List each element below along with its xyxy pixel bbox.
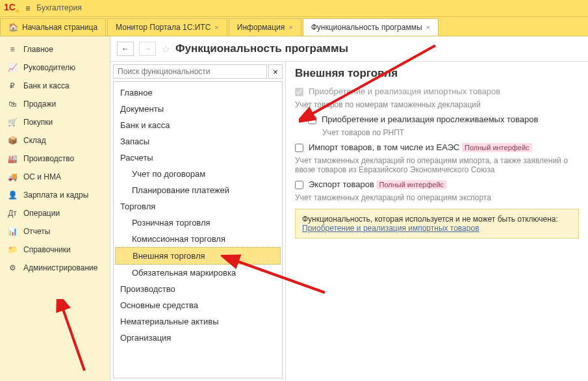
sidebar-item[interactable]: ≡Главное bbox=[0, 40, 110, 59]
functionality-tree: ГлавноеДокументыБанк и кассаЗапасыРасчет… bbox=[113, 81, 283, 378]
tree-item[interactable]: Учет по договорам bbox=[114, 166, 282, 182]
badge-full-interface: Полный интерфейс bbox=[462, 143, 532, 152]
tree-item[interactable]: Банк и касса bbox=[114, 117, 282, 133]
sidebar-icon: 📁 bbox=[8, 245, 17, 254]
tree-item[interactable]: Основные средства bbox=[114, 297, 282, 313]
app-title: Бухгалтерия bbox=[36, 3, 162, 13]
checkbox-import-eaes[interactable] bbox=[295, 144, 303, 152]
sidebar-item[interactable]: 📈Руководителю bbox=[0, 59, 110, 77]
sidebar-icon: ⚙ bbox=[8, 263, 17, 272]
tab[interactable]: Монитор Портала 1С:ИТС× bbox=[107, 18, 227, 36]
sidebar-icon: Дт bbox=[8, 209, 17, 218]
sidebar-item[interactable]: ₽Банк и касса bbox=[0, 77, 110, 95]
sidebar-item[interactable]: 🛒Покупки bbox=[0, 113, 110, 131]
content-header: ← → ☆ Функциональность программы bbox=[110, 36, 588, 62]
page-title: Функциональность программы bbox=[175, 42, 348, 55]
sidebar-label: Покупки bbox=[23, 118, 53, 127]
tab-label: Функциональность программы bbox=[311, 23, 422, 32]
tree-item[interactable]: Нематериальные активы bbox=[114, 313, 282, 330]
close-icon[interactable]: × bbox=[288, 23, 292, 31]
sidebar-icon: 🚚 bbox=[8, 172, 17, 181]
desc-import-eaes: Учет таможенных деклараций по операциям … bbox=[295, 156, 579, 174]
nav-forward-button: → bbox=[139, 42, 156, 56]
sidebar-item[interactable]: 👤Зарплата и кадры bbox=[0, 186, 110, 204]
close-icon[interactable]: × bbox=[214, 23, 218, 31]
sidebar-icon: ≡ bbox=[8, 45, 17, 54]
sidebar-item[interactable]: 🛍Продажи bbox=[0, 95, 110, 113]
locked-functionality-box: Функциональность, которая используется и… bbox=[295, 209, 579, 239]
sidebar-label: Операции bbox=[23, 209, 60, 218]
sidebar-item[interactable]: ⚙Администрирование bbox=[0, 259, 110, 277]
sidebar-icon: 🛒 bbox=[8, 118, 17, 127]
search-clear-button[interactable]: × bbox=[268, 64, 283, 79]
sidebar-item[interactable]: 📦Склад bbox=[0, 131, 110, 150]
sidebar-label: Руководителю bbox=[23, 63, 75, 72]
tab[interactable]: Функциональность программы× bbox=[303, 18, 439, 36]
sidebar-label: Банк и касса bbox=[23, 81, 70, 90]
tree-item[interactable]: Документы bbox=[114, 101, 282, 117]
favorite-star-icon[interactable]: ☆ bbox=[161, 43, 170, 55]
checkbox-import-goods-label: Приобретение и реализация импортных това… bbox=[309, 86, 500, 96]
tree-item[interactable]: Производство bbox=[114, 281, 282, 297]
sidebar-item[interactable]: 🏭Производство bbox=[0, 150, 110, 168]
sidebar-item[interactable]: 🚚ОС и НМА bbox=[0, 168, 110, 186]
sidebar-item[interactable]: 📊Отчеты bbox=[0, 222, 110, 241]
checkbox-import-eaes-label: Импорт товаров, в том числе из ЕАЭС Полн… bbox=[309, 142, 532, 152]
tree-item[interactable]: Розничная торговля bbox=[114, 215, 282, 231]
sidebar-label: Зарплата и кадры bbox=[23, 190, 88, 200]
sidebar-label: Главное bbox=[23, 45, 53, 54]
checkbox-traceable-goods-label: Приобретение и реализация прослеживаемых… bbox=[322, 114, 538, 124]
sidebar-label: Администрирование bbox=[23, 263, 97, 272]
checkbox-import-goods bbox=[295, 88, 303, 96]
tab-bar: Начальная страницаМонитор Портала 1С:ИТС… bbox=[0, 17, 588, 36]
nav-back-button[interactable]: ← bbox=[117, 42, 134, 56]
sidebar-item[interactable]: 📁Справочники bbox=[0, 241, 110, 259]
sidebar-label: ОС и НМА bbox=[23, 172, 61, 181]
locked-link[interactable]: Приобретение и реализация импортных това… bbox=[302, 224, 479, 233]
tab-label: Монитор Портала 1С:ИТС bbox=[116, 23, 211, 32]
search-input[interactable] bbox=[113, 64, 267, 79]
sidebar-label: Производство bbox=[23, 154, 74, 163]
tree-item[interactable]: Внешняя торговля bbox=[115, 247, 281, 265]
tab[interactable]: Информация× bbox=[229, 18, 301, 36]
tree-item[interactable]: Организация bbox=[114, 330, 282, 346]
sidebar-label: Отчеты bbox=[23, 227, 50, 236]
sidebar-icon: 📦 bbox=[8, 136, 17, 145]
menu-icon[interactable]: ≡ bbox=[25, 4, 30, 13]
checkbox-traceable-goods[interactable] bbox=[308, 116, 316, 124]
sidebar-icon: 📈 bbox=[8, 63, 17, 72]
desc-traceable-goods: Учет товаров по РНПТ bbox=[322, 128, 579, 137]
detail-panel: Внешняя торговля Приобретение и реализац… bbox=[286, 62, 588, 381]
sidebar-icon: 🏭 bbox=[8, 154, 17, 163]
tree-item[interactable]: Комиссионная торговля bbox=[114, 231, 282, 247]
logo-icon: 1C● bbox=[4, 2, 19, 14]
desc-export-goods: Учет таможенных деклараций по операциям … bbox=[295, 193, 579, 202]
tab-label: Начальная страница bbox=[22, 23, 97, 32]
sidebar-item[interactable]: ДтОперации bbox=[0, 204, 110, 222]
sidebar-label: Продажи bbox=[23, 99, 56, 109]
tree-item[interactable]: Обязательная маркировка bbox=[114, 265, 282, 281]
top-bar: 1C● ≡ Бухгалтерия bbox=[0, 0, 588, 17]
home-icon bbox=[8, 23, 18, 32]
tree-item[interactable]: Торговля bbox=[114, 198, 282, 215]
tree-item[interactable]: Главное bbox=[114, 85, 282, 101]
checkbox-export-goods[interactable] bbox=[295, 181, 303, 189]
tree-panel: × ГлавноеДокументыБанк и кассаЗапасыРасч… bbox=[110, 62, 286, 381]
tree-item[interactable]: Запасы bbox=[114, 133, 282, 150]
sidebar-icon: ₽ bbox=[8, 81, 17, 90]
sidebar-icon: 📊 bbox=[8, 227, 17, 236]
sidebar-icon: 🛍 bbox=[8, 99, 17, 109]
sidebar-label: Склад bbox=[23, 136, 46, 145]
tree-item[interactable]: Планирование платежей bbox=[114, 182, 282, 198]
checkbox-export-goods-label: Экспорт товаров Полный интерфейс bbox=[309, 179, 446, 189]
sidebar-icon: 👤 bbox=[8, 190, 17, 200]
locked-heading: Функциональность, которая используется и… bbox=[302, 215, 572, 224]
tab-label: Информация bbox=[237, 23, 285, 32]
sidebar-label: Справочники bbox=[23, 245, 71, 254]
tree-item[interactable]: Расчеты bbox=[114, 150, 282, 166]
badge-full-interface-2: Полный интерфейс bbox=[376, 180, 446, 189]
sidebar: ≡Главное📈Руководителю₽Банк и касса🛍Прода… bbox=[0, 36, 110, 381]
tab[interactable]: Начальная страница bbox=[0, 18, 106, 36]
close-icon[interactable]: × bbox=[426, 23, 430, 31]
desc-import-goods: Учет товаров по номерам таможенных декла… bbox=[295, 100, 579, 109]
